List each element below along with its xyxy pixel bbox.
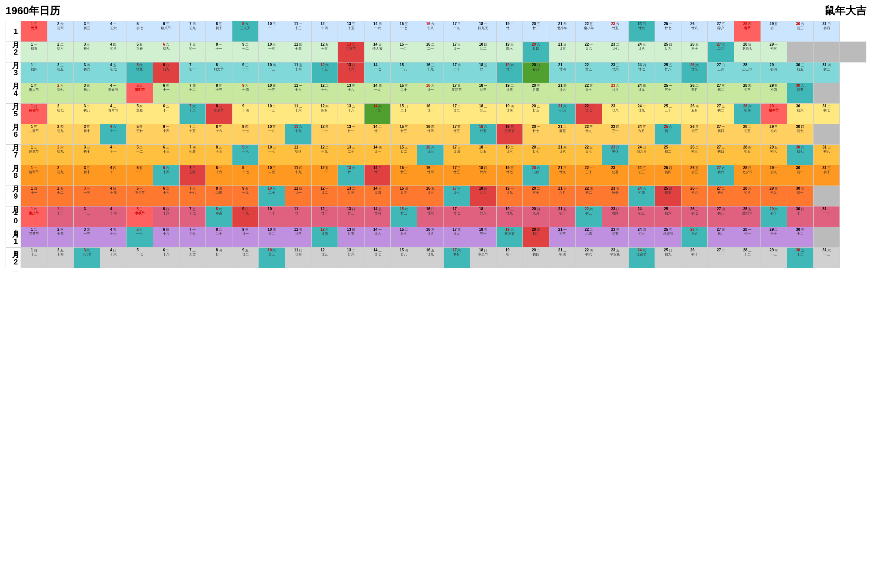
jan-24: 24日 廿六	[628, 21, 655, 42]
aug-30: 30二 初十	[787, 165, 813, 186]
apr-26: 26二 四月	[681, 83, 708, 104]
may-14: 14六 十九	[364, 104, 391, 124]
apr-12: 12二 十七	[311, 83, 338, 104]
sep-20: 20二 三十	[523, 186, 549, 207]
jun-22: 22三 廿九	[576, 124, 602, 145]
may-12: 12四 四月	[311, 104, 338, 124]
oct-26: 26三 初七	[681, 207, 708, 227]
nov-22: 22二 小雪	[576, 227, 602, 248]
month-label-feb: 2月	[6, 42, 21, 63]
may-6: 6五 十一	[153, 104, 179, 124]
feb-24: 24三 廿八	[628, 42, 655, 63]
jan-5: 5二 初七	[126, 21, 153, 42]
aug-28: 28日 七夕节	[734, 165, 761, 186]
apr-16: 16六 廿一	[417, 83, 444, 104]
jun-8: 8三 十六	[206, 124, 232, 145]
jul-13: 13三 二十	[338, 145, 364, 165]
aug-31: 31三 初十	[813, 165, 840, 186]
jan-1: 1五 元旦	[21, 21, 48, 42]
month-label-aug: 8月	[6, 165, 21, 186]
month-row-feb: 2月 1一 初五 2二 初六 3三 初七 4四 初八 5五 立春 6六	[6, 42, 866, 63]
apr-18: 18一 廿三	[470, 83, 497, 104]
nov-3: 3四 十五	[74, 227, 100, 248]
jun-10: 10五 十八	[259, 124, 285, 145]
dec-24: 24六 圣诞节	[628, 248, 655, 268]
oct-17: 17一 廿七	[444, 207, 470, 227]
month-label-mar: 3月	[6, 63, 21, 83]
calendar-table: 1月 1五 元旦 2六 初四 3日 初五 4一 初六 5二 初七	[6, 21, 866, 268]
oct-11: 11二 廿一	[285, 207, 311, 227]
month-row-jan: 1月 1五 元旦 2六 初四 3日 初五 4一 初六 5二 初七	[6, 21, 866, 42]
jun-13: 13一 廿一	[338, 124, 364, 145]
apr-6: 6三 十一	[153, 83, 179, 104]
feb-26: 26五 三十	[681, 42, 708, 63]
dec-23: 23五 平安夜	[602, 248, 629, 268]
dec-27: 27二 十一	[708, 248, 734, 268]
feb-17: 17三 廿一	[444, 42, 470, 63]
mar-8: 8二 妇女节	[206, 63, 232, 83]
month-row-nov: 11月 1二 万圣节 2三 十四 3四 十五 4五 十六 5六 十七	[6, 227, 866, 248]
sep-6: 6二 十六	[153, 186, 179, 207]
mar-21: 21一 廿四	[549, 63, 576, 83]
aug-11: 11四 十九	[285, 165, 311, 186]
jul-29: 29五 初六	[761, 145, 787, 165]
month-row-dec: 12月 1四 十三 2五 十四 3六 下元节 4日 十六 5一 十七	[6, 248, 866, 268]
feb-2: 2二 初六	[47, 42, 74, 63]
mar-15: 15二 十八	[391, 63, 417, 83]
feb-11: 11四 十四	[285, 42, 311, 63]
apr-10: 10日 十五	[259, 83, 285, 104]
jun-30: 30四 初七	[787, 124, 813, 145]
may-4: 4三 青年节	[100, 104, 126, 124]
apr-1: 1五 愚人节	[21, 83, 48, 104]
sep-empty1	[813, 186, 840, 207]
sep-8: 8四 白露	[206, 186, 232, 207]
jun-20: 20一 廿七	[523, 124, 549, 145]
feb-19: 19五 雨水	[496, 42, 523, 63]
sep-3: 3六 十三	[74, 186, 100, 207]
dec-3: 3六 下元节	[74, 248, 100, 268]
may-16: 16一 廿一	[417, 104, 444, 124]
may-15: 15日 二十	[391, 104, 417, 124]
feb-13: 13六 元宵节	[338, 42, 364, 63]
aug-7: 7日 立秋	[179, 165, 206, 186]
mar-14: 14一 十七	[364, 63, 391, 83]
dec-21: 21三 初四	[549, 248, 576, 268]
nov-8: 8二 二十	[206, 227, 232, 248]
oct-7: 7五 十七	[179, 207, 206, 227]
sep-18: 18日 廿八	[470, 186, 497, 207]
feb-empty1	[787, 42, 813, 63]
jul-27: 27三 初四	[708, 145, 734, 165]
feb-22: 22一 廿六	[576, 42, 602, 63]
jul-24: 24日 闰六月	[628, 145, 655, 165]
nov-26: 26六 初八	[681, 227, 708, 248]
aug-2: 2二 初九	[47, 165, 74, 186]
aug-9: 9二 十七	[232, 165, 259, 186]
jan-8: 8五 初十	[206, 21, 232, 42]
oct-14: 14五 廿四	[364, 207, 391, 227]
apr-2: 2六 初七	[47, 83, 74, 104]
may-23: 23一 廿八	[602, 104, 629, 124]
oct-25: 25二 初六	[655, 207, 681, 227]
dec-10: 10六 廿三	[259, 248, 285, 268]
mar-27: 27日 三月	[708, 63, 734, 83]
sep-30: 30五 初十	[787, 186, 813, 207]
jun-16: 16四 廿四	[417, 124, 444, 145]
sep-15: 15四 廿五	[391, 186, 417, 207]
jul-28: 28四 初五	[734, 145, 761, 165]
may-10: 10二 十五	[259, 104, 285, 124]
month-row-aug: 8月 1一 建军节 2二 初九 3三 初十 4四 十一 5五 十二 6	[6, 165, 866, 186]
jul-22: 22五 廿七	[576, 145, 602, 165]
jun-11: 11六 十九	[285, 124, 311, 145]
feb-20: 20六 廿四	[523, 42, 549, 63]
may-24: 24二 廿九	[628, 104, 655, 124]
jul-12: 12二 十九	[311, 145, 338, 165]
month-label-jan: 1月	[6, 21, 21, 42]
jan-27: 27三 除夕	[708, 21, 734, 42]
dec-22: 22四 初六	[576, 248, 602, 268]
mar-10: 10四 十三	[259, 63, 285, 83]
may-17: 17二 廿二	[444, 104, 470, 124]
aug-25: 25四 初四	[655, 165, 681, 186]
apr-25: 25一 三十	[655, 83, 681, 104]
feb-21: 21日 廿五	[549, 42, 576, 63]
nov-15: 15二 廿七	[391, 227, 417, 248]
